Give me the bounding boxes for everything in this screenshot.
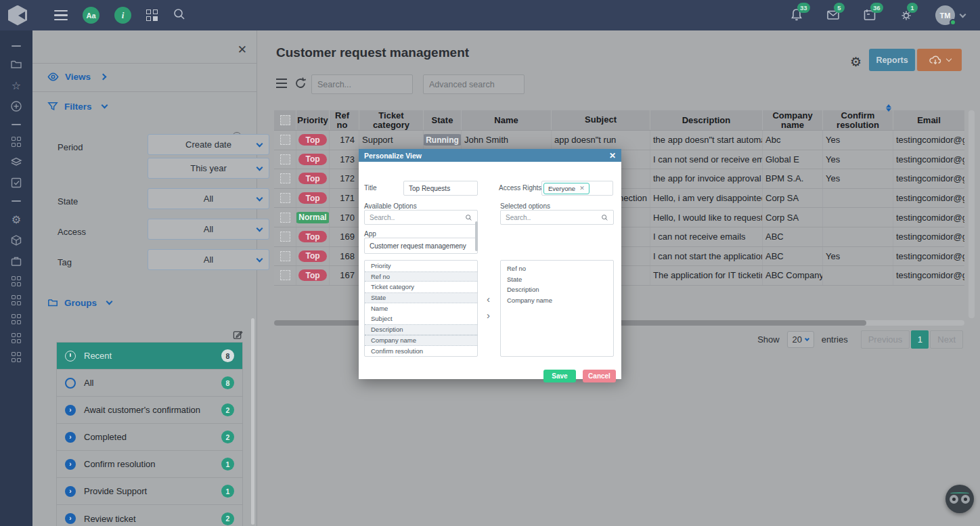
column-header-priority[interactable]: Priority <box>296 110 330 130</box>
column-header-description[interactable]: Description <box>650 110 763 130</box>
tag-select[interactable]: All <box>148 249 269 270</box>
selected-search-box[interactable]: Search.. <box>500 210 614 225</box>
view-settings-gear-icon[interactable]: ⚙ <box>850 54 862 70</box>
training-toggle-button[interactable]: Aa <box>83 7 99 24</box>
selected-option-item[interactable]: Company name <box>501 295 613 306</box>
available-option-item[interactable]: Subject <box>365 313 477 324</box>
column-header-state[interactable]: State <box>424 110 462 130</box>
period-type-select[interactable]: Create date <box>148 134 269 155</box>
apps-grid-icon[interactable] <box>12 137 22 147</box>
global-search-icon[interactable] <box>173 7 189 24</box>
row-checkbox[interactable] <box>280 213 290 223</box>
list-menu-icon[interactable] <box>276 76 291 90</box>
available-option-item[interactable]: Ticket category <box>365 282 477 292</box>
group-item[interactable]: Await customer's confirmation 2 <box>57 397 242 424</box>
column-header-ticket-category[interactable]: Ticket category <box>359 110 424 130</box>
group-item[interactable]: All 8 <box>57 370 242 397</box>
briefcase-icon[interactable] <box>10 255 22 267</box>
selected-option-item[interactable]: State <box>501 274 613 285</box>
user-menu[interactable]: TM <box>935 5 965 25</box>
column-header-email[interactable]: Email <box>893 110 964 130</box>
available-option-item[interactable]: Company name <box>365 335 477 346</box>
available-option-item[interactable]: Priority <box>365 261 477 271</box>
save-button[interactable]: Save <box>543 370 576 382</box>
list-scrollbar[interactable] <box>475 221 478 251</box>
column-header-subject[interactable]: Subject <box>552 110 650 130</box>
settings-gear-icon[interactable]: ⚙ <box>10 213 22 225</box>
group-item[interactable]: Recent 8 <box>57 343 242 370</box>
notifications-bell-icon[interactable]: 33 <box>789 7 805 24</box>
select-all-checkbox[interactable] <box>280 115 290 125</box>
assistant-owl-button[interactable] <box>945 485 974 513</box>
column-header-ref-no[interactable]: Ref no <box>330 110 359 130</box>
package-cube-icon[interactable] <box>10 234 22 246</box>
app-group-icon[interactable] <box>12 276 22 286</box>
app-group-icon[interactable] <box>12 352 22 362</box>
filters-section-header[interactable]: Filters <box>47 101 107 112</box>
qr-grid-icon[interactable] <box>146 9 158 21</box>
panel-scrollbar[interactable] <box>251 318 254 525</box>
vertical-scrollbar[interactable] <box>968 110 975 318</box>
messages-envelope-icon[interactable]: 5 <box>826 7 842 24</box>
refresh-icon[interactable] <box>294 76 309 90</box>
edit-groups-icon[interactable] <box>233 330 243 343</box>
views-section-header[interactable]: Views <box>47 71 106 83</box>
column-header-name[interactable]: Name <box>462 110 552 130</box>
period-range-select[interactable]: This year <box>148 158 269 179</box>
view-title-input[interactable] <box>403 181 478 196</box>
plus-circle-icon[interactable] <box>10 100 22 112</box>
selected-options-list[interactable]: Ref no State Description Company name <box>500 260 614 357</box>
sort-icon[interactable] <box>886 104 891 112</box>
avatar[interactable]: TM <box>935 5 955 25</box>
modal-close-icon[interactable]: ✕ <box>609 151 616 160</box>
access-select[interactable]: All <box>148 219 269 240</box>
previous-page-button[interactable]: Previous <box>861 330 910 349</box>
tasks-check-square-icon[interactable] <box>10 177 22 189</box>
cancel-button[interactable]: Cancel <box>583 370 616 382</box>
row-checkbox[interactable] <box>280 135 290 145</box>
group-item[interactable]: Completed 2 <box>57 424 242 451</box>
current-page-button[interactable]: 1 <box>911 330 929 349</box>
row-checkbox[interactable] <box>280 270 290 280</box>
app-logo[interactable] <box>8 5 27 26</box>
row-checkbox[interactable] <box>280 251 290 261</box>
group-item[interactable]: Provide Support 1 <box>57 478 242 505</box>
move-left-icon[interactable]: ‹ <box>487 294 490 304</box>
available-option-item[interactable]: Description <box>365 324 477 335</box>
page-size-select[interactable]: 20 <box>787 331 814 348</box>
access-rights-input[interactable]: Everyone✕ <box>541 181 613 196</box>
available-options-list[interactable]: Priority Ref no Ticket category State Na… <box>364 260 478 357</box>
layers-icon[interactable] <box>10 156 22 168</box>
main-menu-icon[interactable] <box>54 10 68 21</box>
row-checkbox[interactable] <box>280 154 290 165</box>
column-header-company-name[interactable]: Company name <box>763 110 823 130</box>
row-checkbox[interactable] <box>280 232 290 242</box>
selected-option-item[interactable]: Description <box>501 284 613 295</box>
advanced-search-input[interactable] <box>429 80 538 89</box>
app-input[interactable] <box>364 238 478 254</box>
group-item[interactable]: Review ticket 2 <box>57 505 242 526</box>
automations-sun-icon[interactable]: 1 <box>899 7 915 24</box>
app-group-icon[interactable] <box>12 333 22 343</box>
row-checkbox[interactable] <box>280 193 290 203</box>
column-header-confirm-resolution[interactable]: Confirm resolution <box>823 110 893 130</box>
groups-section-header[interactable]: Groups <box>47 297 112 308</box>
available-search-box[interactable]: Search.. <box>364 210 478 225</box>
folder-icon[interactable] <box>10 58 22 70</box>
reports-button[interactable]: Reports <box>869 49 915 71</box>
search-input[interactable] <box>317 80 426 89</box>
available-option-item[interactable]: Name <box>365 303 477 314</box>
app-group-icon[interactable] <box>12 295 22 305</box>
selected-option-item[interactable]: Ref no <box>501 263 613 274</box>
available-option-item[interactable]: Ref no <box>365 271 477 282</box>
group-item[interactable]: Confirm resolution 1 <box>57 451 242 478</box>
table-row[interactable]: Top 174 Support Running John Smith app d… <box>274 131 964 150</box>
move-right-icon[interactable]: › <box>487 310 490 320</box>
available-option-item[interactable]: State <box>365 292 477 303</box>
remove-chip-icon[interactable]: ✕ <box>579 185 585 192</box>
app-group-icon[interactable] <box>12 314 22 324</box>
next-page-button[interactable]: Next <box>930 330 963 349</box>
info-toggle-button[interactable]: i <box>114 7 131 24</box>
export-button[interactable] <box>917 49 962 71</box>
calendar-icon[interactable]: 36 <box>862 7 878 24</box>
